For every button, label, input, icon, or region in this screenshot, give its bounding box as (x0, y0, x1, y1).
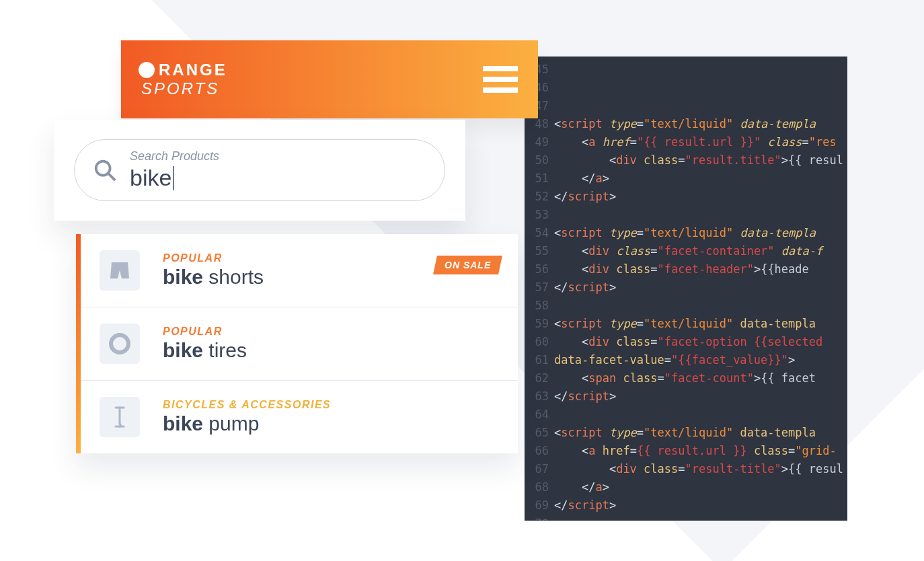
search-placeholder: Search Products (130, 149, 219, 163)
text-caret-icon (173, 166, 174, 190)
shorts-icon (100, 250, 140, 291)
svg-line-1 (109, 174, 116, 181)
result-category: POPULAR (163, 252, 264, 264)
result-category: BICYCLES & ACCESSORIES (163, 399, 331, 411)
code-gutter: 4546474849505152535455565758596061626364… (525, 61, 554, 521)
hamburger-menu-icon[interactable] (483, 66, 518, 93)
search-results-panel: POPULARbike shortsON SALEPOPULARbike tir… (76, 234, 518, 453)
svg-point-0 (96, 161, 110, 176)
pump-icon (100, 397, 140, 437)
result-row[interactable]: BICYCLES & ACCESSORIESbike pump (81, 381, 518, 453)
brand-logo: RANGE SPORTS (139, 61, 227, 98)
svg-point-2 (111, 335, 128, 352)
search-icon (92, 157, 118, 183)
result-row[interactable]: POPULARbike tires (81, 307, 518, 381)
search-input[interactable]: Search Products bike (74, 139, 445, 201)
code-editor-panel: 4546474849505152535455565758596061626364… (525, 57, 847, 521)
tire-icon (100, 324, 140, 364)
on-sale-badge: ON SALE (433, 256, 502, 274)
search-card: Search Products bike (54, 120, 465, 221)
result-title: bike tires (163, 339, 247, 362)
result-category: POPULAR (163, 326, 247, 338)
brand-line2: SPORTS (141, 79, 227, 98)
logo-circle-icon (139, 62, 155, 78)
brand-line1: RANGE (159, 61, 227, 79)
site-header: RANGE SPORTS (121, 40, 538, 118)
result-title: bike pump (163, 412, 331, 435)
result-row[interactable]: POPULARbike shortsON SALE (81, 234, 518, 307)
result-title: bike shorts (163, 266, 264, 289)
search-value: bike (130, 165, 219, 191)
code-content: <script type="text/liquid" data-templa <… (554, 61, 847, 521)
